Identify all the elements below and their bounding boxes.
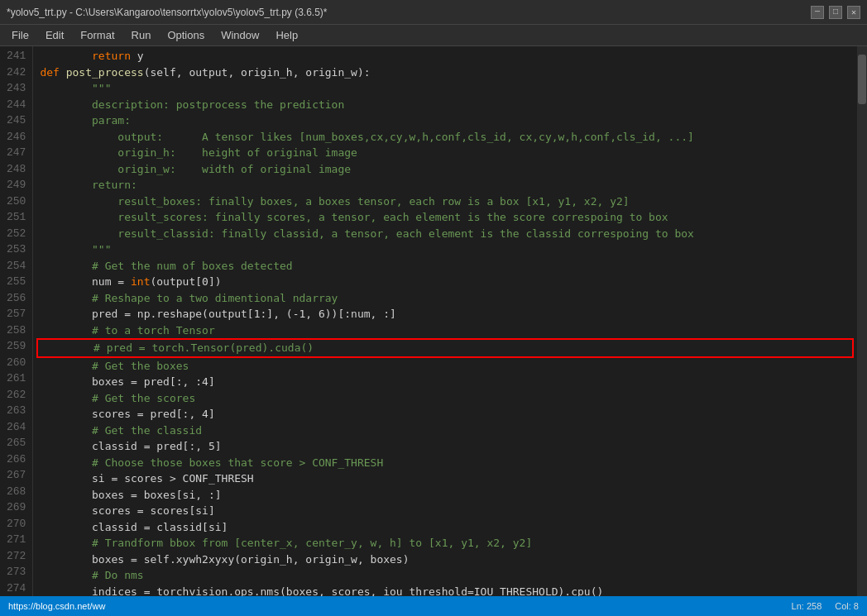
- menu-file[interactable]: File: [3, 27, 37, 43]
- menu-bar: File Edit Format Run Options Window Help: [0, 25, 867, 46]
- code-line-249: origin_w: width of original image: [40, 161, 850, 178]
- code-line-251: result_boxes: finally boxes, a boxes ten…: [40, 193, 850, 210]
- status-left: https://blog.csdn.net/ww: [8, 601, 105, 611]
- close-button[interactable]: ✕: [847, 6, 860, 19]
- code-line-272: # Trandform bbox from [center_x, center_…: [40, 535, 850, 552]
- window-title: *yolov5_trt.py - C:\Users\Kangaroo\tenso…: [7, 7, 328, 18]
- code-line-264: scores = pred[:, 4]: [40, 406, 850, 423]
- code-line-244: """: [40, 80, 850, 97]
- code-line-270: scores = scores[si]: [40, 503, 850, 519]
- code-line-255: # Get the num of boxes detected: [40, 258, 850, 275]
- code-line-250: return:: [40, 177, 850, 193]
- title-bar: *yolov5_trt.py - C:\Users\Kangaroo\tenso…: [0, 0, 867, 25]
- code-line-262: boxes = pred[:, :4]: [40, 374, 850, 390]
- code-line-265: # Get the classid: [40, 423, 850, 439]
- code-line-245: description: postprocess the prediction: [40, 97, 850, 113]
- code-line-266: classid = pred[:, 5]: [40, 438, 850, 455]
- code-line-259: # to a torch Tensor: [40, 322, 850, 339]
- code-line-254: """: [40, 241, 850, 258]
- code-line-258: pred = np.reshape(output[1:], (-1, 6))[:…: [40, 306, 850, 322]
- code-area[interactable]: return y def post_process(self, output, …: [33, 46, 857, 596]
- line-numbers: 241 242 243 244 245 246 247 248 249 250 …: [0, 46, 33, 596]
- status-right: Ln: 258 Col: 8: [792, 601, 859, 611]
- maximize-button[interactable]: □: [829, 6, 842, 19]
- code-line-246: param:: [40, 112, 850, 129]
- code-line-275: indices = torchvision.ops.nms(boxes, sco…: [40, 584, 850, 597]
- code-line-256: num = int(output[0]): [40, 274, 850, 290]
- menu-options[interactable]: Options: [159, 27, 213, 43]
- code-line-261: # Get the boxes: [40, 358, 850, 375]
- status-url: https://blog.csdn.net/ww: [8, 601, 105, 611]
- code-line-268: si = scores > CONF_THRESH: [40, 470, 850, 487]
- status-line: Ln: 258: [792, 601, 822, 611]
- status-bar: https://blog.csdn.net/ww Ln: 258 Col: 8: [0, 596, 867, 616]
- code-line-269: boxes = boxes[si, :]: [40, 487, 850, 504]
- status-col: Col: 8: [835, 601, 859, 611]
- code-line-247: output: A tensor likes [num_boxes,cx,cy,…: [40, 129, 850, 146]
- code-line-271: classid = classid[si]: [40, 519, 850, 536]
- code-line-257: # Reshape to a two dimentional ndarray: [40, 290, 850, 307]
- code-line-260: # pred = torch.Tensor(pred).cuda(): [40, 338, 850, 358]
- scrollbar-vertical[interactable]: [857, 46, 867, 596]
- code-line-243: def post_process(self, output, origin_h,…: [40, 64, 850, 81]
- editor-container: 241 242 243 244 245 246 247 248 249 250 …: [0, 46, 867, 596]
- code-line-274: # Do nms: [40, 567, 850, 584]
- code-line-241: return y: [40, 48, 850, 64]
- menu-run[interactable]: Run: [123, 27, 160, 43]
- window-controls[interactable]: ─ □ ✕: [811, 6, 860, 19]
- menu-window[interactable]: Window: [213, 27, 267, 43]
- code-line-248: origin_h: height of original image: [40, 145, 850, 161]
- menu-edit[interactable]: Edit: [37, 27, 72, 43]
- code-line-253: result_classid: finally classid, a tenso…: [40, 226, 850, 242]
- code-line-267: # Choose those boxes that score > CONF_T…: [40, 455, 850, 471]
- code-line-252: result_scores: finally scores, a tensor,…: [40, 209, 850, 226]
- code-line-273: boxes = self.xywh2xyxy(origin_h, origin_…: [40, 552, 850, 568]
- minimize-button[interactable]: ─: [811, 6, 824, 19]
- scrollbar-thumb[interactable]: [858, 55, 866, 104]
- code-line-263: # Get the scores: [40, 390, 850, 407]
- menu-help[interactable]: Help: [267, 27, 306, 43]
- menu-format[interactable]: Format: [72, 27, 122, 43]
